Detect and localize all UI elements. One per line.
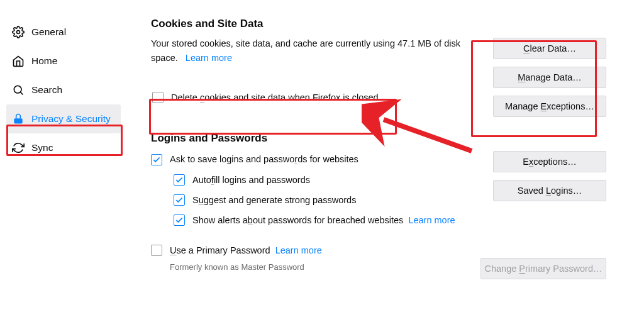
gear-icon bbox=[11, 25, 25, 39]
sidebar-item-privacy[interactable]: Privacy & Security bbox=[6, 104, 121, 133]
manage-exceptions-button[interactable]: Manage Exceptions… bbox=[493, 96, 606, 117]
suggest-passwords-checkbox[interactable] bbox=[174, 194, 185, 206]
cookies-heading: Cookies and Site Data bbox=[151, 18, 619, 30]
primary-learn-more-link[interactable]: Learn more bbox=[275, 245, 322, 255]
logins-section: Exceptions… Saved Logins… Change Primary… bbox=[151, 132, 619, 271]
sidebar-item-label: Sync bbox=[31, 142, 53, 153]
delete-cookies-label: Delete cookies and site data when Firefo… bbox=[171, 89, 379, 106]
sidebar-item-label: General bbox=[31, 26, 66, 38]
settings-sidebar: General Home Search Privacy & Security S… bbox=[0, 18, 126, 294]
breach-learn-more-link[interactable]: Learn more bbox=[408, 215, 455, 225]
sync-icon bbox=[11, 141, 25, 155]
logins-heading: Logins and Passwords bbox=[151, 132, 619, 145]
lock-icon bbox=[11, 112, 25, 126]
clear-data-button[interactable]: Clear Data… bbox=[493, 38, 606, 59]
manage-data-button[interactable]: Manage Data… bbox=[493, 67, 606, 88]
autofill-label: Autofill logins and passwords bbox=[192, 172, 310, 188]
sidebar-item-label: Privacy & Security bbox=[31, 113, 111, 125]
svg-point-1 bbox=[14, 86, 21, 93]
sidebar-item-label: Home bbox=[31, 55, 57, 67]
cookies-section: Clear Data… Manage Data… Manage Exceptio… bbox=[151, 18, 619, 109]
search-icon bbox=[11, 83, 25, 97]
settings-main: Clear Data… Manage Data… Manage Exceptio… bbox=[126, 18, 644, 294]
home-icon bbox=[11, 54, 25, 68]
autofill-checkbox[interactable] bbox=[174, 174, 185, 186]
sidebar-item-sync[interactable]: Sync bbox=[6, 133, 121, 162]
cookies-learn-more-link[interactable]: Learn more bbox=[186, 53, 232, 63]
logins-exceptions-button[interactable]: Exceptions… bbox=[493, 151, 606, 172]
delete-cookies-checkbox[interactable] bbox=[152, 92, 164, 103]
svg-rect-3 bbox=[14, 118, 22, 123]
sidebar-item-search[interactable]: Search bbox=[6, 75, 121, 104]
primary-password-label: Use a Primary Password Learn more bbox=[170, 242, 322, 259]
svg-line-2 bbox=[20, 92, 23, 94]
change-primary-password-button: Change Primary Password… bbox=[480, 258, 606, 279]
cookies-description: Your stored cookies, site data, and cach… bbox=[151, 36, 465, 65]
sidebar-item-label: Search bbox=[31, 84, 62, 96]
ask-save-logins-checkbox[interactable] bbox=[151, 154, 162, 165]
saved-logins-button[interactable]: Saved Logins… bbox=[493, 180, 606, 201]
sidebar-item-home[interactable]: Home bbox=[6, 47, 121, 75]
sidebar-item-general[interactable]: General bbox=[6, 18, 121, 47]
breach-alerts-checkbox[interactable] bbox=[174, 214, 185, 226]
ask-save-logins-label: Ask to save logins and passwords for web… bbox=[170, 151, 358, 167]
cookies-usage: 47.1 MB bbox=[397, 38, 431, 48]
breach-alerts-label: Show alerts about passwords for breached… bbox=[192, 212, 455, 228]
svg-point-0 bbox=[17, 31, 20, 34]
suggest-passwords-label: Suggest and generate strong passwords bbox=[192, 192, 356, 208]
primary-password-checkbox[interactable] bbox=[151, 245, 162, 256]
